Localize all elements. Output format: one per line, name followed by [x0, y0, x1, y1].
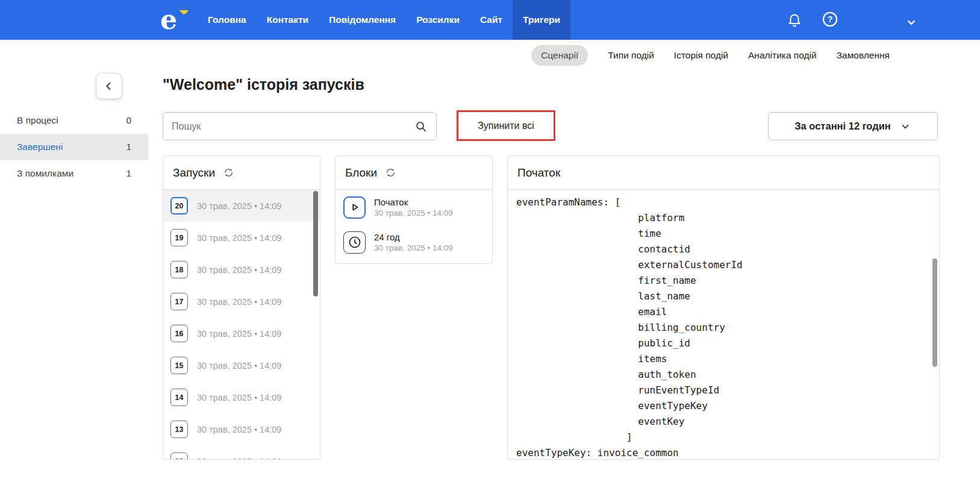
run-date: 30 трав, 2025 • 14:09: [197, 457, 281, 460]
tab-event-analytics[interactable]: Аналітика подій: [748, 50, 817, 61]
back-button[interactable]: [96, 74, 122, 99]
sidebar-item-with-errors[interactable]: З помилками 1: [0, 160, 148, 187]
clock-icon: [343, 231, 366, 254]
block-title: 24 год: [374, 231, 453, 243]
runs-panel-title: Запуски: [173, 166, 215, 180]
tab-event-types[interactable]: Типи подій: [608, 50, 654, 61]
code-line: email: [516, 304, 931, 320]
code-line: public_id: [516, 336, 931, 351]
code-line: auth_token: [516, 367, 931, 383]
run-date: 30 трав, 2025 • 14:09: [197, 233, 281, 243]
refresh-icon[interactable]: [385, 167, 396, 178]
nav-item-triggers[interactable]: Тригери: [513, 0, 570, 40]
run-date: 30 трав, 2025 • 14:09: [197, 265, 281, 275]
chevron-left-icon: [102, 80, 116, 93]
event-params-code: eventParamNames: [ platform time contact…: [508, 190, 939, 460]
run-item[interactable]: 12 30 трав, 2025 • 14:09: [163, 445, 320, 460]
run-number-badge: 19: [170, 229, 188, 246]
code-line: externalCustomerId: [516, 257, 931, 273]
runs-panel: Запуски 20 30 трав, 2025 • 14:09 19 30 т…: [163, 155, 320, 460]
run-number-badge: 16: [170, 325, 188, 342]
tab-scenarios[interactable]: Сценарії: [531, 45, 588, 66]
block-item-24h[interactable]: 24 год 30 трав, 2025 • 14:09: [336, 225, 492, 260]
run-item[interactable]: 16 30 трав, 2025 • 14:09: [163, 318, 320, 349]
code-line: platform: [516, 210, 931, 226]
run-item[interactable]: 18 30 трав, 2025 • 14:09: [163, 254, 320, 286]
run-item[interactable]: 17 30 трав, 2025 • 14:09: [163, 286, 320, 318]
code-line: time: [516, 226, 931, 242]
code-line: eventParamNames: [: [516, 195, 931, 210]
heart-ukraine-icon: [178, 5, 190, 17]
refresh-icon[interactable]: [223, 167, 234, 178]
detail-scrollbar-thumb[interactable]: [932, 258, 937, 367]
triggers-tabs: Сценарії Типи подій Історія подій Аналіт…: [0, 40, 980, 71]
run-item[interactable]: 15 30 трав, 2025 • 14:09: [163, 349, 320, 381]
sidebar-item-completed[interactable]: Завершені 1: [0, 134, 148, 160]
run-date: 30 трав, 2025 • 14:09: [197, 361, 281, 371]
code-line: eventKey: [516, 414, 931, 430]
code-line: eventTypeKey: invoice_common: [516, 445, 931, 460]
brand-letter: e: [160, 4, 177, 35]
runs-scrollbar-thumb[interactable]: [313, 191, 318, 296]
run-date: 30 трав, 2025 • 14:09: [197, 201, 281, 211]
run-number-badge: 14: [170, 389, 188, 406]
sidebar-item-count: 0: [126, 115, 131, 126]
sidebar-item-label: Завершені: [17, 142, 63, 152]
time-range-label: За останні 12 годин: [794, 120, 891, 132]
blocks-panel-title: Блоки: [345, 166, 377, 180]
run-number-badge: 20: [170, 197, 188, 214]
code-line: eventTypeKey: [516, 398, 931, 414]
code-line: last_name: [516, 289, 931, 304]
run-date: 30 трав, 2025 • 14:09: [197, 425, 281, 434]
nav-item-home[interactable]: Головна: [198, 0, 257, 40]
blocks-panel: Блоки Початок 30 трав, 2025 • 14:09: [335, 155, 493, 264]
run-date: 30 трав, 2025 • 14:09: [197, 329, 281, 339]
nav-item-site[interactable]: Сайт: [470, 0, 513, 40]
run-number-badge: 13: [170, 421, 188, 438]
search-input[interactable]: [172, 121, 408, 132]
sidebar-item-in-progress[interactable]: В процесі 0: [0, 107, 148, 134]
top-navigation-bar: e Головна Контакти Повідомлення Розсилки…: [0, 0, 980, 40]
nav-item-messages[interactable]: Повідомлення: [319, 0, 406, 40]
block-date: 30 трав, 2025 • 14:09: [374, 208, 453, 219]
code-line: billing_country: [516, 320, 931, 336]
block-date: 30 трав, 2025 • 14:09: [374, 243, 453, 254]
main-menu: Головна Контакти Повідомлення Розсилки С…: [198, 0, 570, 40]
play-icon: [343, 196, 366, 219]
brand-logo[interactable]: e: [160, 4, 194, 36]
tab-event-history[interactable]: Історія подій: [674, 50, 728, 61]
code-line: items: [516, 351, 931, 367]
account-chevron-down-icon[interactable]: [904, 14, 919, 30]
block-title: Початок: [374, 196, 453, 208]
sidebar-item-label: В процесі: [17, 115, 58, 126]
search-box: [163, 112, 437, 140]
block-item-start[interactable]: Початок 30 трав, 2025 • 14:09: [336, 190, 492, 225]
nav-item-contacts[interactable]: Контакти: [257, 0, 319, 40]
run-number-badge: 17: [170, 293, 188, 310]
run-item[interactable]: 19 30 трав, 2025 • 14:09: [163, 222, 320, 254]
run-item[interactable]: 13 30 трав, 2025 • 14:09: [163, 413, 320, 445]
detail-panel-title: Початок: [517, 166, 560, 180]
run-item[interactable]: 14 30 трав, 2025 • 14:09: [163, 381, 320, 413]
run-item[interactable]: 20 30 трав, 2025 • 14:09: [163, 190, 320, 222]
bell-icon[interactable]: [787, 11, 802, 27]
run-number-badge: 12: [170, 452, 188, 460]
sidebar-item-count: 1: [126, 168, 131, 179]
sidebar-item-count: 1: [126, 142, 131, 152]
search-icon[interactable]: [414, 120, 428, 133]
tab-orders[interactable]: Замовлення: [837, 50, 890, 61]
runs-panel-header: Запуски: [163, 156, 320, 190]
help-icon[interactable]: ?: [822, 11, 838, 28]
code-line: ]: [516, 430, 931, 445]
chevron-down-icon: [899, 120, 911, 133]
run-date: 30 трав, 2025 • 14:09: [197, 297, 281, 307]
time-range-dropdown[interactable]: За останні 12 годин: [768, 112, 938, 140]
code-line: first_name: [516, 273, 931, 289]
run-date: 30 трав, 2025 • 14:09: [197, 393, 281, 402]
svg-text:?: ?: [828, 14, 833, 24]
block-detail-panel: Початок eventParamNames: [ platform time…: [507, 155, 940, 460]
status-filter-sidebar: В процесі 0 Завершені 1 З помилками 1: [0, 107, 148, 187]
run-number-badge: 15: [170, 357, 188, 374]
stop-all-button[interactable]: Зупинити всі: [457, 110, 555, 141]
nav-item-campaigns[interactable]: Розсилки: [406, 0, 470, 40]
